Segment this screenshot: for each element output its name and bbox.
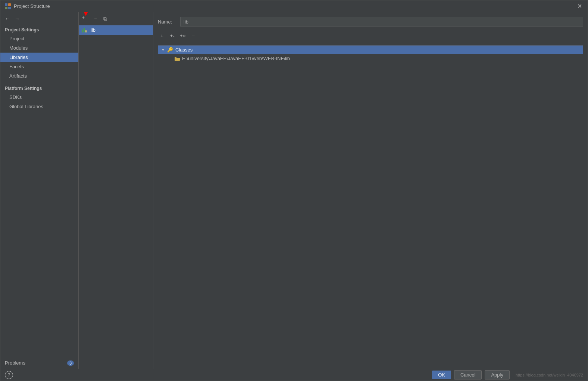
sidebar-nav: ← → xyxy=(0,12,78,25)
library-icon xyxy=(82,28,88,32)
sidebar-item-facets[interactable]: Facets xyxy=(0,62,78,71)
classes-tree: ▼ 🔑 Classes E:\university\JavaEE\JavaE xyxy=(158,45,583,364)
window-title: Project Structure xyxy=(14,3,576,9)
sidebar-item-project[interactable]: Project xyxy=(0,34,78,43)
library-item-lib[interactable]: lib xyxy=(79,25,153,35)
problems-section[interactable]: Problems 3 xyxy=(0,357,78,369)
title-bar: Project Structure ✕ xyxy=(0,0,588,12)
sidebar-item-artifacts[interactable]: Artifacts xyxy=(0,71,78,81)
classes-key-icon: 🔑 xyxy=(167,47,173,53)
name-label: Name: xyxy=(158,19,176,25)
tree-path-item[interactable]: E:\university\JavaEE\JavaEE-01\web\WEB-I… xyxy=(158,54,583,63)
add-special-button[interactable]: +₊ xyxy=(168,32,176,40)
watermark-url: https://blog.csdn.net/weixin_4046972 xyxy=(516,373,583,377)
library-toolbar: + − ⧉ xyxy=(79,12,153,25)
app-icon xyxy=(5,3,11,9)
add-class-button[interactable]: + xyxy=(158,32,166,40)
classes-label: Classes xyxy=(175,47,193,53)
svg-rect-1 xyxy=(8,3,11,6)
close-button[interactable]: ✕ xyxy=(576,3,583,10)
platform-settings-header: Platform Settings xyxy=(0,84,78,93)
add-folder-button[interactable]: +⊕ xyxy=(179,32,187,40)
add-library-button[interactable]: + xyxy=(82,15,90,23)
bottom-right: OK Cancel Apply https://blog.csdn.net/we… xyxy=(432,370,583,380)
panels-row: + − ⧉ xyxy=(79,12,588,369)
path-label: E:\university\JavaEE\JavaEE-01\web\WEB-I… xyxy=(182,56,290,61)
sidebar: ← → Project Settings Project Modules Lib… xyxy=(0,12,79,369)
sidebar-item-sdks[interactable]: SDKs xyxy=(0,93,78,102)
name-input[interactable] xyxy=(180,17,583,26)
folder-icon xyxy=(175,56,180,60)
bottom-left: ? xyxy=(5,371,13,379)
classes-toolbar: + +₊ +⊕ − xyxy=(158,30,583,41)
svg-rect-3 xyxy=(8,7,11,9)
copy-library-button[interactable]: ⧉ xyxy=(101,15,109,23)
svg-rect-2 xyxy=(5,7,7,9)
tree-classes-node[interactable]: ▼ 🔑 Classes xyxy=(158,46,583,54)
sidebar-item-global-libraries[interactable]: Global Libraries xyxy=(0,102,78,111)
svg-rect-5 xyxy=(175,57,176,59)
project-settings-header: Project Settings xyxy=(0,25,78,34)
library-list-panel: + − ⧉ xyxy=(79,12,153,369)
cancel-button[interactable]: Cancel xyxy=(454,370,482,380)
cursor-indicator xyxy=(84,12,88,16)
right-detail-panel: Name: + +₊ +⊕ − xyxy=(153,12,588,369)
bottom-bar: ? OK Cancel Apply https://blog.csdn.net/… xyxy=(0,369,588,381)
sidebar-item-modules[interactable]: Modules xyxy=(0,43,78,53)
library-list: lib xyxy=(79,25,153,369)
content-area: ← → Project Settings Project Modules Lib… xyxy=(0,12,588,369)
remove-library-button[interactable]: − xyxy=(91,15,100,23)
problems-label: Problems xyxy=(5,360,64,366)
remove-class-button[interactable]: − xyxy=(189,32,197,40)
apply-button[interactable]: Apply xyxy=(485,370,510,380)
forward-button[interactable]: → xyxy=(13,15,21,23)
name-row: Name: xyxy=(158,17,583,26)
tree-expand-arrow: ▼ xyxy=(161,48,165,52)
ok-button[interactable]: OK xyxy=(432,371,451,379)
problems-badge: 3 xyxy=(67,360,74,366)
back-button[interactable]: ← xyxy=(3,15,12,23)
sidebar-sections: Project Settings Project Modules Librari… xyxy=(0,25,78,357)
library-item-label: lib xyxy=(91,27,96,33)
sidebar-item-libraries[interactable]: Libraries xyxy=(0,53,78,62)
svg-rect-0 xyxy=(5,3,7,6)
project-structure-window: Project Structure ✕ ← → Project Settings… xyxy=(0,0,588,381)
help-button[interactable]: ? xyxy=(5,371,13,379)
